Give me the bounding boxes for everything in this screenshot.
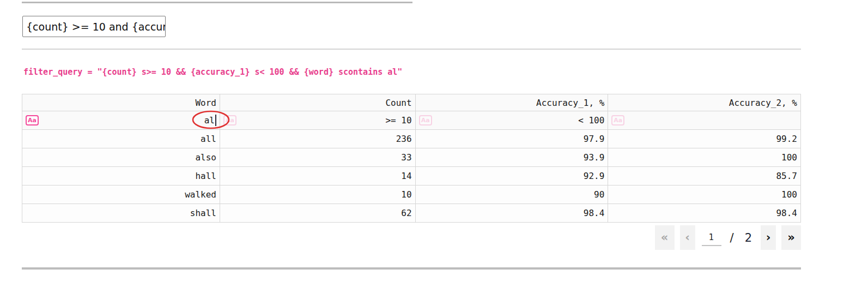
table-header-row: Word Count Accuracy_1, % Accuracy_2, % — [22, 94, 801, 111]
filter-value-accuracy-1: < 100 — [578, 115, 604, 125]
page: filter_query = "{count} s>= 10 && {accur… — [0, 0, 868, 281]
filter-cell-word[interactable]: Aa al — [22, 111, 220, 130]
cell-accuracy-1[interactable]: 98.4 — [415, 204, 608, 223]
filter-value-count: >= 10 — [385, 115, 411, 125]
table-row: all 236 97.9 99.2 — [22, 130, 801, 148]
middle-divider — [22, 49, 801, 50]
data-table: Word Count Accuracy_1, % Accuracy_2, % A… — [22, 94, 801, 223]
case-sensitivity-toggle-icon[interactable]: Aa — [611, 115, 624, 125]
cell-word[interactable]: walked — [22, 186, 220, 204]
last-page-button[interactable]: » — [781, 225, 801, 250]
text-cursor — [215, 115, 216, 126]
filter-expression-input[interactable] — [22, 16, 166, 37]
case-sensitivity-toggle-icon[interactable]: Aa — [26, 115, 39, 125]
column-header-accuracy-2: Accuracy_2, % — [608, 94, 801, 111]
table-row: shall 62 98.4 98.4 — [22, 204, 801, 223]
page-separator: / — [730, 231, 734, 244]
column-header-word: Word — [22, 94, 220, 111]
table-filter-row: Aa al Aa >= 10 — [22, 111, 801, 130]
case-sensitivity-toggle-icon[interactable]: Aa — [419, 115, 432, 125]
cell-count[interactable]: 236 — [220, 130, 415, 148]
cell-accuracy-1[interactable]: 92.9 — [415, 167, 608, 186]
cell-accuracy-2[interactable]: 100 — [608, 186, 801, 204]
cell-accuracy-2[interactable]: 99.2 — [608, 130, 801, 148]
filter-cell-accuracy-2[interactable]: Aa — [608, 111, 801, 130]
table-row: also 33 93.9 100 — [22, 148, 801, 167]
cell-accuracy-1[interactable]: 90 — [415, 186, 608, 204]
filter-value-word: al — [204, 115, 215, 125]
cell-accuracy-2[interactable]: 98.4 — [608, 204, 801, 223]
filter-cell-accuracy-1[interactable]: Aa < 100 — [415, 111, 608, 130]
cell-count[interactable]: 10 — [220, 186, 415, 204]
cell-word[interactable]: all — [22, 130, 220, 148]
table-row: walked 10 90 100 — [22, 186, 801, 204]
cell-accuracy-1[interactable]: 93.9 — [415, 148, 608, 167]
filter-query-code: filter_query = "{count} s>= 10 && {accur… — [23, 67, 402, 77]
column-header-count: Count — [220, 94, 415, 111]
cell-count[interactable]: 62 — [220, 204, 415, 223]
column-header-accuracy-1: Accuracy_1, % — [415, 94, 608, 111]
bottom-divider — [22, 267, 801, 270]
next-page-button[interactable]: › — [761, 225, 776, 250]
cell-accuracy-1[interactable]: 97.9 — [415, 130, 608, 148]
case-sensitivity-toggle-icon[interactable]: Aa — [223, 115, 236, 125]
top-divider — [22, 2, 412, 3]
cell-count[interactable]: 33 — [220, 148, 415, 167]
cell-accuracy-2[interactable]: 100 — [608, 148, 801, 167]
filter-cell-count[interactable]: Aa >= 10 — [220, 111, 415, 130]
cell-word[interactable]: also — [22, 148, 220, 167]
cell-accuracy-2[interactable]: 85.7 — [608, 167, 801, 186]
table-row: hall 14 92.9 85.7 — [22, 167, 801, 186]
current-page-input[interactable] — [702, 230, 721, 246]
first-page-button[interactable]: « — [655, 225, 675, 250]
pagination: « ‹ / 2 › » — [655, 225, 801, 250]
total-pages: 2 — [745, 231, 752, 244]
cell-word[interactable]: hall — [22, 167, 220, 186]
cell-word[interactable]: shall — [22, 204, 220, 223]
cell-count[interactable]: 14 — [220, 167, 415, 186]
previous-page-button[interactable]: ‹ — [680, 225, 695, 250]
